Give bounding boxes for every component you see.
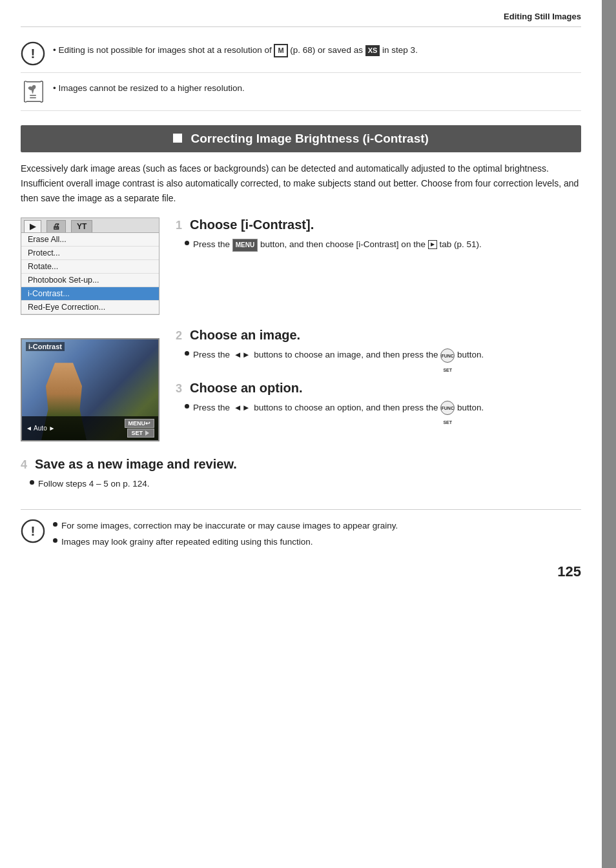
step-3-title: 3 Choose an option.: [176, 381, 581, 396]
step-4: 4 Save as a new image and review. Follow…: [21, 457, 581, 491]
step-1: 1 Choose [i-Contrast]. Press the MENU bu…: [176, 217, 581, 252]
step-1-detail: Press the MENU button, and then choose […: [185, 237, 581, 252]
steps-area: ▶ 🖨 YT Erase All... Protect... Rotate...…: [21, 217, 581, 315]
step-4-text: Follow steps 4 – 5 on p. 124.: [38, 477, 150, 491]
right-panel: 1 Choose [i-Contrast]. Press the MENU bu…: [176, 217, 581, 270]
step-1-title: 1 Choose [i-Contrast].: [176, 217, 581, 232]
func-set-btn-2: FUNC SET: [440, 348, 455, 363]
bottom-note-bullet-1: For some images, correction may be inacc…: [53, 519, 398, 533]
header-title: Editing Still Images: [504, 12, 581, 21]
step-3-bullet: [185, 404, 189, 409]
step-3: 3 Choose an option. Press the ◄► buttons…: [176, 381, 581, 415]
bottom-note-bullet-2: Images may look grainy after repeated ed…: [53, 535, 398, 549]
step-1-label: Choose [i-Contrast].: [190, 217, 314, 232]
camera-lcd: i-Contrast ◄ Auto ► MENU↩ SET: [21, 338, 159, 441]
bottom-note-text-1: For some images, correction may be inacc…: [61, 519, 398, 533]
bottom-note-bullet-1-dot: [53, 522, 57, 527]
bottom-note-row: ! For some images, correction may be ina…: [21, 519, 581, 552]
bottom-note-bullet-2-dot: [53, 538, 57, 543]
menu-tab-print: 🖨: [46, 220, 66, 232]
right-panel-lower: 2 Choose an image. Press the ◄► buttons …: [176, 328, 581, 433]
menu-screenshot: ▶ 🖨 YT Erase All... Protect... Rotate...…: [21, 217, 159, 315]
lcd-buttons: MENU↩ SET: [125, 419, 155, 438]
lcd-set-btn: SET: [127, 429, 154, 438]
section-heading: Correcting Image Brightness (i-Contrast): [21, 125, 581, 152]
menu-tab-settings: YT: [71, 220, 92, 232]
menu-item-erase[interactable]: Erase All...: [21, 233, 159, 247]
step-2-number: 2: [176, 329, 182, 343]
page-header: Editing Still Images: [21, 12, 581, 27]
bottom-notes-text: For some images, correction may be inacc…: [53, 519, 398, 552]
menu-item-protect[interactable]: Protect...: [21, 247, 159, 260]
step-1-text: Press the MENU button, and then choose […: [193, 237, 482, 252]
notice-alert-1-text: • Editing is not possible for images sho…: [53, 41, 418, 57]
step-3-detail: Press the ◄► buttons to choose an option…: [185, 401, 581, 415]
func-set-btn-3: FUNC SET: [440, 401, 455, 415]
section-title: Correcting Image Brightness (i-Contrast): [190, 132, 428, 145]
menu-btn-inline-1: MENU: [232, 239, 258, 252]
lcd-menu-btn: MENU↩: [125, 419, 155, 428]
svg-marker-4: [145, 430, 149, 436]
page-number: 125: [21, 563, 581, 580]
step-2-detail: Press the ◄► buttons to choose an image,…: [185, 348, 581, 362]
step-3-number: 3: [176, 382, 182, 396]
step-4-bullet: [30, 480, 34, 485]
play-tab-icon: [428, 240, 437, 249]
side-tab: [602, 0, 616, 868]
menu-tab-play: ▶: [24, 220, 41, 232]
step-4-title: 4 Save as a new image and review.: [21, 457, 581, 472]
step-2-label: Choose an image.: [190, 328, 300, 343]
menu-tabs: ▶ 🖨 YT: [21, 218, 159, 233]
step-4-detail: Follow steps 4 – 5 on p. 124.: [30, 477, 581, 491]
notice-note-1: • Images cannot be resized to a higher r…: [21, 73, 581, 111]
step-4-label: Save as a new image and review.: [35, 457, 237, 472]
lcd-label: i-Contrast: [26, 342, 65, 351]
menu-item-iContrast[interactable]: i-Contrast...: [21, 287, 159, 301]
menu-item-rotate[interactable]: Rotate...: [21, 260, 159, 274]
arrow-btns-2: ◄►: [234, 348, 251, 362]
alert-icon-bottom: !: [21, 519, 45, 543]
alert-icon: !: [21, 41, 45, 66]
svg-text:!: !: [31, 46, 36, 61]
step-3-label: Choose an option.: [190, 381, 302, 396]
step-2-title: 2 Choose an image.: [176, 328, 581, 343]
step-1-bullet: [185, 241, 189, 245]
steps-lower-area: i-Contrast ◄ Auto ► MENU↩ SET 2 Choose a…: [21, 328, 581, 441]
notice-note-1-text: • Images cannot be resized to a higher r…: [53, 79, 245, 95]
step-1-number: 1: [176, 219, 182, 232]
left-panel-lcd: i-Contrast ◄ Auto ► MENU↩ SET: [21, 328, 163, 441]
section-icon: [173, 134, 182, 143]
svg-text:!: !: [31, 523, 36, 538]
lcd-bottom: ◄ Auto ► MENU↩ SET: [22, 416, 158, 440]
step-3-text: Press the ◄► buttons to choose an option…: [193, 401, 484, 415]
step-2: 2 Choose an image. Press the ◄► buttons …: [176, 328, 581, 362]
step-2-text: Press the ◄► buttons to choose an image,…: [193, 348, 484, 362]
bottom-divider: [21, 509, 581, 510]
step-4-number: 4: [21, 458, 27, 472]
arrow-btns-3: ◄►: [234, 401, 251, 415]
bottom-note-text-2: Images may look grainy after repeated ed…: [61, 535, 313, 549]
notice-alert-1: ! • Editing is not possible for images s…: [21, 35, 581, 73]
menu-item-redEye[interactable]: Red-Eye Correction...: [21, 301, 159, 314]
intro-text: Excessively dark image areas (such as fa…: [21, 161, 581, 206]
menu-item-photobook[interactable]: Photobook Set-up...: [21, 274, 159, 287]
note-icon: [21, 79, 45, 104]
menu-items-list: Erase All... Protect... Rotate... Photob…: [21, 233, 159, 314]
step-2-bullet: [185, 351, 189, 356]
left-panel: ▶ 🖨 YT Erase All... Protect... Rotate...…: [21, 217, 163, 315]
lcd-nav-text: ◄ Auto ►: [26, 425, 55, 432]
